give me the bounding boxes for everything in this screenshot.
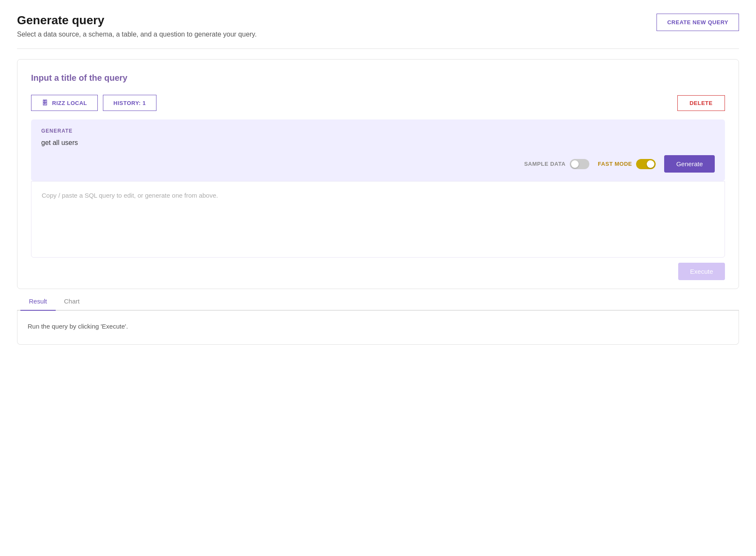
generate-section: GENERATE SAMPLE DATA FAST MODE bbox=[31, 119, 725, 181]
sample-data-thumb bbox=[571, 160, 579, 168]
main-card: 🗄 RIZZ LOCAL HISTORY: 1 DELETE GENERATE … bbox=[17, 59, 739, 289]
generate-controls: SAMPLE DATA FAST MODE Generate bbox=[41, 155, 715, 173]
page-header: Generate query Select a data source, a s… bbox=[17, 14, 739, 38]
datasource-button-label: RIZZ LOCAL bbox=[52, 100, 87, 106]
page-subtitle: Select a data source, a schema, a table,… bbox=[17, 31, 257, 38]
tab-result[interactable]: Result bbox=[20, 292, 56, 311]
result-empty-text: Run the query by clicking 'Execute'. bbox=[28, 323, 728, 330]
tab-chart[interactable]: Chart bbox=[56, 292, 88, 311]
toolbar-row: 🗄 RIZZ LOCAL HISTORY: 1 DELETE bbox=[31, 95, 725, 111]
delete-button[interactable]: DELETE bbox=[677, 95, 725, 111]
query-title-input[interactable] bbox=[31, 73, 725, 83]
header-left: Generate query Select a data source, a s… bbox=[17, 14, 257, 38]
fast-mode-toggle-group: FAST MODE bbox=[598, 159, 656, 169]
sql-placeholder: Copy / paste a SQL query to edit, or gen… bbox=[42, 192, 218, 199]
database-icon: 🗄 bbox=[42, 99, 48, 106]
sample-data-label: SAMPLE DATA bbox=[524, 161, 566, 167]
execute-row: Execute bbox=[31, 258, 725, 289]
sample-data-toggle-group: SAMPLE DATA bbox=[524, 159, 589, 169]
header-divider bbox=[17, 48, 739, 49]
page-title: Generate query bbox=[17, 14, 257, 27]
sql-area: Copy / paste a SQL query to edit, or gen… bbox=[31, 181, 725, 258]
sample-data-toggle[interactable] bbox=[570, 159, 589, 169]
datasource-button[interactable]: 🗄 RIZZ LOCAL bbox=[31, 95, 98, 111]
fast-mode-thumb bbox=[647, 160, 654, 168]
toolbar-left: 🗄 RIZZ LOCAL HISTORY: 1 bbox=[31, 95, 156, 111]
tabs-row: Result Chart bbox=[17, 292, 739, 311]
generate-label: GENERATE bbox=[41, 128, 715, 134]
execute-button[interactable]: Execute bbox=[678, 263, 725, 280]
generate-input[interactable] bbox=[41, 139, 715, 147]
fast-mode-toggle[interactable] bbox=[636, 159, 656, 169]
history-button[interactable]: HISTORY: 1 bbox=[103, 95, 156, 111]
generate-button[interactable]: Generate bbox=[664, 155, 715, 173]
result-panel: Run the query by clicking 'Execute'. bbox=[17, 311, 739, 345]
fast-mode-label: FAST MODE bbox=[598, 161, 632, 167]
create-new-query-button[interactable]: CREATE NEW QUERY bbox=[657, 14, 739, 31]
